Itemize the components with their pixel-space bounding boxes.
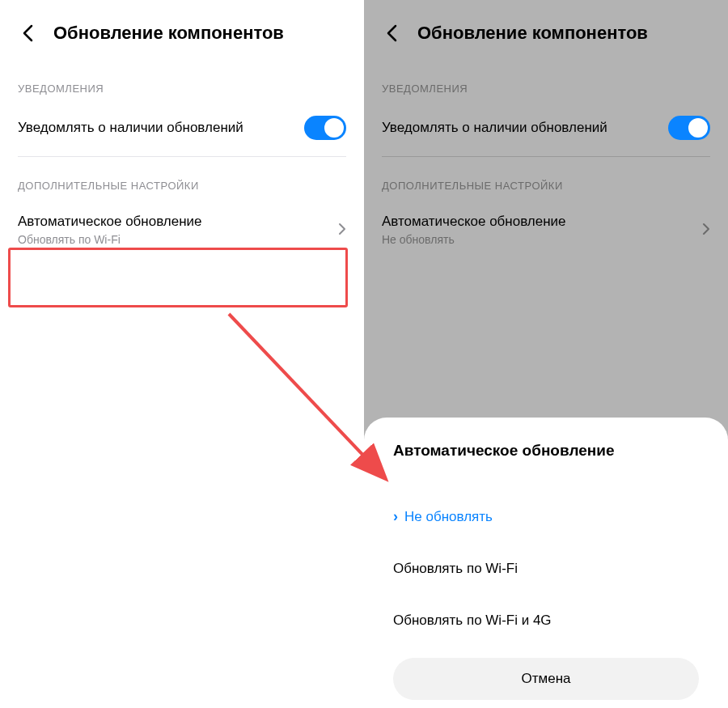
toggle-knob	[688, 118, 708, 138]
setting-text: Автоматическое обновление Обновлять по W…	[18, 213, 338, 246]
back-icon[interactable]	[382, 23, 401, 43]
notify-toggle[interactable]	[668, 116, 710, 140]
auto-update-row[interactable]: Автоматическое обновление Обновлять по W…	[0, 203, 364, 262]
setting-text: Автоматическое обновление Не обновлять	[382, 213, 702, 246]
option-update-wifi[interactable]: Обновлять по Wi-Fi	[393, 543, 699, 595]
settings-screen-after: Обновление компонентов УВЕДОМЛЕНИЯ Уведо…	[364, 0, 728, 708]
auto-update-subtitle: Не обновлять	[382, 233, 702, 246]
settings-content-dimmed: Обновление компонентов УВЕДОМЛЕНИЯ Уведо…	[364, 0, 728, 262]
back-icon[interactable]	[18, 23, 37, 43]
notify-updates-title: Уведомлять о наличии обновлений	[18, 119, 304, 138]
chevron-right-icon	[338, 223, 346, 235]
cancel-button[interactable]: Отмена	[393, 658, 699, 700]
auto-update-subtitle: Обновлять по Wi-Fi	[18, 233, 338, 246]
auto-update-title: Автоматическое обновление	[382, 213, 702, 231]
setting-text: Уведомлять о наличии обновлений	[382, 119, 668, 138]
page-title: Обновление компонентов	[417, 23, 648, 44]
option-label: Обновлять по Wi-Fi и 4G	[393, 613, 552, 629]
settings-content: Обновление компонентов УВЕДОМЛЕНИЯ Уведо…	[0, 0, 364, 262]
header: Обновление компонентов	[364, 0, 728, 60]
option-update-wifi-4g[interactable]: Обновлять по Wi-Fi и 4G	[393, 595, 699, 647]
settings-screen-before: Обновление компонентов УВЕДОМЛЕНИЯ Уведо…	[0, 0, 364, 708]
section-header-notifications: УВЕДОМЛЕНИЯ	[364, 60, 728, 106]
toggle-knob	[324, 118, 344, 138]
option-do-not-update[interactable]: › Не обновлять	[393, 490, 699, 543]
section-header-additional: ДОПОЛНИТЕЛЬНЫЕ НАСТРОЙКИ	[364, 157, 728, 203]
notify-updates-row[interactable]: Уведомлять о наличии обновлений	[364, 106, 728, 156]
auto-update-row[interactable]: Автоматическое обновление Не обновлять	[364, 203, 728, 262]
check-icon: ›	[393, 508, 398, 525]
auto-update-title: Автоматическое обновление	[18, 213, 338, 231]
setting-text: Уведомлять о наличии обновлений	[18, 119, 304, 138]
option-label: Обновлять по Wi-Fi	[393, 561, 518, 577]
notify-updates-row[interactable]: Уведомлять о наличии обновлений	[0, 106, 364, 156]
notify-toggle[interactable]	[304, 116, 346, 140]
section-header-additional: ДОПОЛНИТЕЛЬНЫЕ НАСТРОЙКИ	[0, 157, 364, 203]
option-label: Не обновлять	[404, 509, 493, 525]
page-title: Обновление компонентов	[53, 23, 284, 44]
section-header-notifications: УВЕДОМЛЕНИЯ	[0, 60, 364, 106]
chevron-right-icon	[702, 223, 710, 235]
notify-updates-title: Уведомлять о наличии обновлений	[382, 119, 668, 138]
sheet-title: Автоматическое обновление	[393, 442, 699, 460]
header: Обновление компонентов	[0, 0, 364, 60]
auto-update-bottom-sheet: Автоматическое обновление › Не обновлять…	[364, 418, 728, 708]
